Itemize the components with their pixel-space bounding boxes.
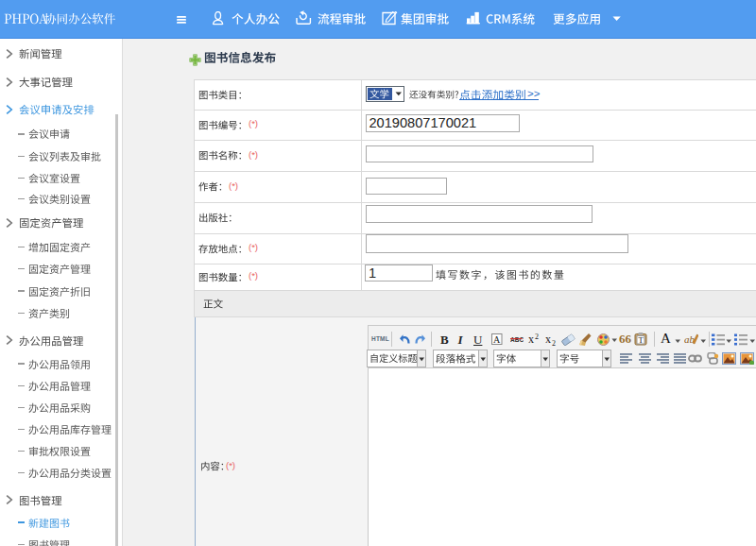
svg-text:A: A xyxy=(493,334,501,345)
svg-text:ABC: ABC xyxy=(510,336,524,343)
svg-text:2: 2 xyxy=(535,333,539,341)
svg-text:x: x xyxy=(545,333,551,346)
svg-text:2: 2 xyxy=(552,339,556,347)
svg-text:x: x xyxy=(528,333,534,345)
svg-text:T: T xyxy=(638,335,644,345)
